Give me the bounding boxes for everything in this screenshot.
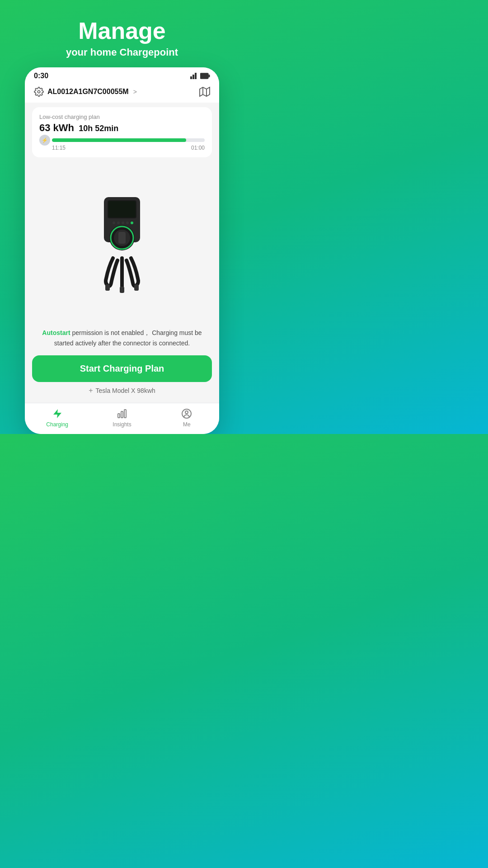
insights-nav-label: Insights — [113, 421, 131, 428]
charger-image-container — [32, 163, 212, 326]
status-bar: 0:30 — [25, 67, 219, 83]
svg-rect-20 — [118, 232, 126, 244]
svg-point-15 — [126, 222, 129, 224]
status-time: 0:30 — [34, 72, 48, 80]
svg-point-29 — [185, 411, 188, 414]
svg-point-12 — [113, 222, 115, 224]
status-icons — [190, 73, 210, 79]
autostart-link[interactable]: Autostart — [42, 329, 70, 336]
chevron-right-icon: > — [133, 88, 137, 95]
svg-rect-26 — [121, 411, 123, 418]
charging-nav-icon — [52, 408, 63, 420]
autostart-text: permission is not enabled， Charging must… — [54, 329, 202, 346]
vehicle-label: Tesla Model X 98kwh — [96, 387, 155, 394]
svg-rect-11 — [108, 201, 136, 217]
progress-end-time: 01:00 — [191, 145, 205, 151]
svg-marker-0 — [190, 76, 192, 79]
autostart-message: Autostart permission is not enabled， Cha… — [32, 326, 212, 354]
me-nav-label: Me — [183, 421, 191, 428]
header-subtitle: your home Chargepoint — [9, 47, 235, 58]
vehicle-add[interactable]: + Tesla Model X 98kwh — [32, 387, 212, 395]
battery-icon — [200, 73, 210, 79]
progress-container: ⚡ — [39, 138, 205, 142]
nav-item-insights[interactable]: Insights — [89, 408, 154, 428]
svg-marker-24 — [53, 409, 61, 418]
plan-stats: 63 kWh 10h 52min — [39, 122, 205, 134]
bottom-nav: Charging Insights Me — [25, 403, 219, 434]
device-id-text: AL0012A1GN7C00055M — [47, 88, 129, 96]
svg-rect-25 — [118, 414, 120, 418]
svg-rect-4 — [209, 75, 210, 77]
start-charging-button[interactable]: Start Charging Plan — [32, 355, 212, 382]
charging-nav-label: Charging — [46, 421, 68, 428]
device-id-section[interactable]: AL0012A1GN7C00055M > — [34, 87, 137, 97]
plan-label: Low-cost charging plan — [39, 113, 205, 120]
top-nav: AL0012A1GN7C00055M > — [25, 83, 219, 103]
header-section: Manage your home Chargepoint — [0, 0, 244, 67]
plan-energy: 63 kWh — [39, 122, 74, 133]
svg-marker-2 — [195, 73, 197, 79]
phone-card: 0:30 AL0012A1GN7C00055M > — [25, 67, 219, 434]
svg-point-16 — [131, 222, 133, 224]
progress-fill — [52, 138, 186, 142]
plan-time: 10h 52min — [79, 124, 118, 133]
progress-times: 11:15 01:00 — [52, 145, 205, 151]
svg-rect-23 — [134, 284, 139, 291]
charging-plan-card: Low-cost charging plan 63 kWh 10h 52min … — [32, 107, 212, 157]
charger-image — [90, 195, 154, 294]
nav-item-me[interactable]: Me — [155, 408, 219, 428]
svg-rect-22 — [120, 287, 124, 293]
svg-marker-1 — [192, 75, 194, 79]
map-icon[interactable] — [199, 86, 210, 97]
svg-point-13 — [117, 222, 120, 224]
progress-start-time: 11:15 — [52, 145, 66, 151]
header-title: Manage — [9, 18, 235, 44]
lightning-progress-icon: ⚡ — [39, 135, 50, 146]
plus-icon: + — [89, 387, 93, 395]
progress-track — [52, 138, 205, 142]
insights-nav-icon — [116, 408, 128, 420]
gear-icon[interactable] — [34, 87, 44, 97]
svg-rect-3 — [200, 73, 208, 79]
nav-item-charging[interactable]: Charging — [25, 408, 89, 428]
me-nav-icon — [181, 408, 192, 420]
svg-rect-21 — [105, 284, 110, 291]
svg-point-14 — [122, 222, 124, 224]
svg-point-5 — [38, 90, 40, 93]
content-area: Low-cost charging plan 63 kWh 10h 52min … — [25, 103, 219, 403]
svg-rect-27 — [124, 410, 126, 418]
signal-icon — [190, 73, 197, 79]
svg-marker-6 — [200, 87, 210, 96]
